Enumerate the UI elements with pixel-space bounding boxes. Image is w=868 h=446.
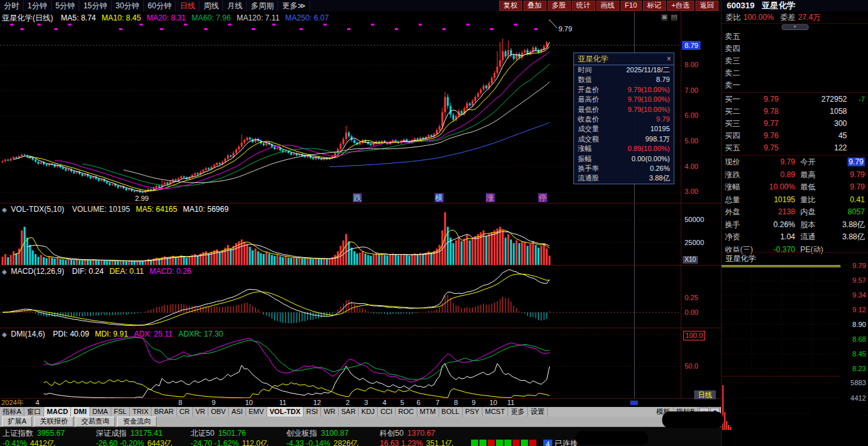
kline-panel[interactable]: 2.999.79 亚星化学(日线) MA5: 8.74MA10: 8.45MA2… xyxy=(0,12,721,203)
bid-row[interactable]: 买三9.77300 xyxy=(722,118,868,130)
macd-axis-label: 0.25 xyxy=(685,294,698,302)
indicator-button[interactable]: ASI xyxy=(229,407,246,417)
dmi-chart[interactable] xyxy=(0,328,681,398)
index-group[interactable]: 创业板指3100.87-4.33 -0.14%2826亿 xyxy=(286,428,358,446)
period-button[interactable]: 15分钟 xyxy=(79,1,111,12)
toolbar-button[interactable]: 叠加 xyxy=(523,1,546,11)
queue-price: 9.76 xyxy=(747,130,779,142)
popup-row-value: 0.26% xyxy=(650,164,670,173)
indicator-button[interactable]: VOL-TDX xyxy=(267,407,304,417)
toolbar-button[interactable]: 标记 xyxy=(643,1,666,11)
pin-icon[interactable]: ▤ xyxy=(671,13,678,20)
bid-row[interactable]: 买一9.79272952-7 xyxy=(722,93,868,106)
volume-title: VOL-TDX(5,10) xyxy=(11,205,64,214)
indicator-button[interactable]: FSL xyxy=(111,407,130,417)
event-marker: 横 xyxy=(435,193,444,202)
macd-axis-label: 0.00 xyxy=(685,308,698,317)
stat-label: 流通 xyxy=(800,231,832,244)
ma-value-label: MA120: 7.11 xyxy=(236,13,279,22)
toolbar-button[interactable]: 画线 xyxy=(596,1,619,11)
ask-row[interactable]: 卖三 xyxy=(722,55,868,67)
stat-label: 涨跌 xyxy=(725,169,756,182)
indicator-button[interactable]: CR xyxy=(177,407,193,417)
volume-value-label: VOLUME: 10195 xyxy=(72,205,130,214)
divider xyxy=(722,155,868,155)
breadth-block xyxy=(471,440,478,446)
indicator-button[interactable]: TRIX xyxy=(130,407,151,417)
macd-panel[interactable]: ◆ MACD(12,26,9) DIF: 0.24DEA: 0.11MACD: … xyxy=(0,266,721,328)
bottom-tab[interactable]: 资金流向 xyxy=(117,417,157,427)
index-line2: -0.41%4412亿 xyxy=(3,438,65,446)
indicator-button[interactable]: 更多 xyxy=(508,407,528,417)
bid-row[interactable]: 买二9.781058 xyxy=(722,106,868,118)
toolbar-button[interactable]: 复权 xyxy=(499,1,522,11)
index-group[interactable]: 上证指数3955.67-0.41%4412亿 xyxy=(3,428,65,446)
bottom-tab[interactable]: 关联报价 xyxy=(34,417,74,427)
period-button[interactable]: 多周期 xyxy=(247,1,278,12)
price-axis-label: 8.00 xyxy=(685,61,698,69)
indicator-button[interactable]: 指标A xyxy=(0,407,24,417)
indicator-button[interactable]: WR xyxy=(321,407,338,417)
indicator-button[interactable]: CCI xyxy=(378,407,396,417)
redaction-blob xyxy=(662,411,724,428)
popup-row-label: 成交额 xyxy=(578,134,599,144)
indicator-button[interactable]: DMA xyxy=(90,407,111,417)
bottom-tab[interactable]: 扩展A xyxy=(2,417,32,427)
indicator-button[interactable]: OBV xyxy=(208,407,229,417)
ask-row[interactable]: 卖二 xyxy=(722,67,868,79)
screenshot-icon[interactable]: ▣ xyxy=(661,13,667,20)
queue-price: 9.77 xyxy=(747,118,779,130)
indicator-button[interactable]: PSY xyxy=(463,407,483,417)
index-group[interactable]: 深证成指13175.41-26.60 -0.20%6443亿 xyxy=(96,428,172,446)
stat-row: 现价9.79今开9.79 xyxy=(722,156,868,169)
queue-price xyxy=(747,55,779,67)
stat-value-inner: 9.79 xyxy=(850,170,865,179)
indicator-button[interactable]: DMI xyxy=(71,407,89,417)
ask-row[interactable]: 卖五 xyxy=(722,31,868,43)
toolbar-button[interactable]: 统计 xyxy=(572,1,595,11)
dmi-panel[interactable]: ◆ DMI(14,6) PDI: 40.09MDI: 9.91ADX: 25.1… xyxy=(0,328,721,399)
toolbar-button[interactable]: F10 xyxy=(621,1,642,11)
indicator-button[interactable]: RSI xyxy=(304,407,321,417)
toolbar-button[interactable]: 多股 xyxy=(548,1,571,11)
indicator-button[interactable]: ROC xyxy=(396,407,417,417)
indicator-button[interactable]: MACD xyxy=(44,407,71,417)
toolbar-button[interactable]: 返回 xyxy=(695,1,718,11)
period-button[interactable]: 30分钟 xyxy=(112,1,144,12)
collapse-handle[interactable]: ▾ xyxy=(782,24,809,30)
connection-status[interactable]: 4 已连接 xyxy=(543,438,578,446)
indicator-button[interactable]: KDJ xyxy=(359,407,378,417)
bid-row[interactable]: 买五9.75122 xyxy=(722,142,868,154)
ask-row[interactable]: 卖四 xyxy=(722,43,868,55)
indicator-button[interactable]: EMV xyxy=(246,407,267,417)
toolbar-button[interactable]: +自选 xyxy=(667,1,694,11)
stat-row: 净资1.04流通3.88亿 xyxy=(722,231,868,244)
indicator-button[interactable]: VR xyxy=(193,407,208,417)
indicator-button[interactable]: MTM xyxy=(417,407,439,417)
period-button[interactable]: 月线 xyxy=(223,1,247,12)
period-button[interactable]: 分时 xyxy=(0,1,24,12)
indicator-button[interactable]: 窗口 xyxy=(24,407,44,417)
period-button[interactable]: 周线 xyxy=(199,1,223,12)
period-chip[interactable]: 日线 xyxy=(694,390,716,399)
volume-panel[interactable]: ◆ VOL-TDX(5,10) VOLUME: 10195MA5: 64165M… xyxy=(0,203,721,266)
ask-row[interactable]: 卖一 xyxy=(722,79,868,92)
index-group[interactable]: 科创501370.6716.63 1.23%351.1亿 xyxy=(380,428,453,446)
period-button[interactable]: 5分钟 xyxy=(52,1,80,12)
index-group[interactable]: 北证501501.76-24.70 -1.62%112.0亿 xyxy=(190,428,268,446)
indicator-button[interactable]: 设置 xyxy=(528,407,548,417)
quote-header[interactable]: 600319 亚星化学 xyxy=(722,0,868,12)
close-icon[interactable]: × xyxy=(667,53,671,65)
bottom-tab[interactable]: 交易查询 xyxy=(75,417,115,427)
indicator-button[interactable]: BRAR xyxy=(151,407,177,417)
period-button[interactable]: 1分钟 xyxy=(24,1,52,12)
stat-value: 2138 xyxy=(756,206,795,219)
indicator-button[interactable]: MCST xyxy=(483,407,508,417)
bid-row[interactable]: 买四9.7645 xyxy=(722,130,868,142)
indicator-button[interactable]: SAR xyxy=(339,407,359,417)
period-button[interactable]: 日线 xyxy=(176,1,199,12)
indicator-toolbar: 指标A窗口MACDDMIDMAFSLTRIXBRARCRVROBVASIEMVV… xyxy=(0,407,721,417)
indicator-button[interactable]: BOLL xyxy=(439,407,463,417)
period-button[interactable]: 60分钟 xyxy=(144,1,176,12)
period-button[interactable]: 更多≫ xyxy=(278,1,310,12)
